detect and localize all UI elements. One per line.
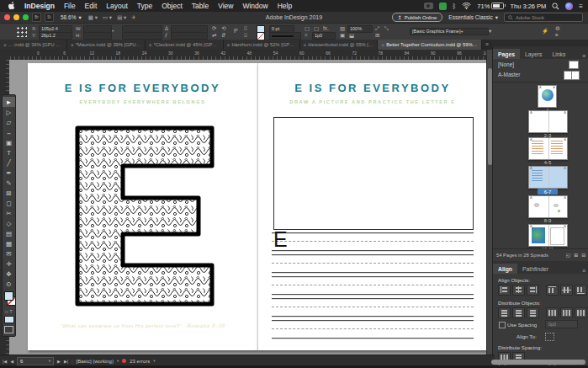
align-right-button[interactable]	[527, 285, 539, 296]
document-tab[interactable]: ×Hanthorn.indd @ 52% [GPU Preview]	[224, 40, 300, 50]
share-icon[interactable]: ✈	[131, 14, 135, 21]
document-tab[interactable]: ×*Cleckner.indd @ 45% [GPU Preview]	[146, 40, 224, 50]
horizontal-scrollbar-thumb[interactable]	[491, 360, 585, 365]
menu-object[interactable]: Object	[162, 2, 183, 10]
distribute-vcenter-button[interactable]	[512, 307, 525, 318]
constrain-proportions-icon[interactable]: 𝄌	[112, 29, 114, 35]
distribute-bottom-button[interactable]	[527, 307, 539, 318]
close-icon[interactable]: ×	[3, 42, 7, 48]
document-tab-active[interactable]: ×Better Together Curriculum.indd @ 59% […	[378, 40, 482, 50]
gap-tool[interactable]: ↔	[3, 127, 15, 137]
apple-menu-icon[interactable]	[8, 2, 15, 11]
fit-content-icon[interactable]: ⤡	[384, 25, 389, 31]
menu-view[interactable]: View	[218, 2, 233, 10]
y-value-field[interactable]: 26p1.2	[39, 32, 72, 40]
master-none[interactable]: [None]	[498, 61, 514, 67]
master-a[interactable]: A-Master	[498, 72, 520, 77]
align-vcenter-button[interactable]	[560, 285, 573, 296]
scissors-tool[interactable]: ✂	[3, 208, 15, 218]
tab-pages[interactable]: Pages	[493, 49, 520, 59]
publish-online-button[interactable]: ↥ Publish Online	[392, 13, 443, 22]
document-tab[interactable]: ×*Maurice.indd @ 39% [GPU Preview]	[67, 40, 146, 50]
pencil-tool[interactable]: ✎	[3, 178, 15, 188]
view-options-icon[interactable]: ▦ ▾	[88, 14, 98, 21]
fit-frame-icon[interactable]: ⤢	[375, 25, 379, 31]
screen-mode-icon[interactable]	[4, 326, 13, 333]
menu-table[interactable]: Table	[192, 2, 209, 10]
window-zoom-button[interactable]	[23, 14, 29, 20]
menu-edit[interactable]: Edit	[85, 2, 98, 10]
hand-tool[interactable]: ✥	[3, 269, 15, 279]
distribute-hcenter-button[interactable]	[560, 307, 573, 318]
menu-layout[interactable]: Layout	[106, 2, 128, 10]
align-left-button[interactable]	[498, 285, 511, 296]
panel-menu-icon[interactable]: ≡	[582, 268, 588, 274]
close-icon[interactable]: ×	[381, 42, 384, 48]
panel-menu-icon[interactable]: ≡	[555, 32, 559, 38]
delete-page-icon[interactable]: ⊟	[581, 253, 585, 258]
use-spacing-checkbox[interactable]	[499, 322, 506, 328]
document-canvas[interactable]: E IS FOR EVERYBODY EVERYBODY EVERYWHERE …	[9, 60, 486, 355]
shear-angle-field[interactable]	[171, 32, 208, 40]
close-icon[interactable]: ×	[304, 42, 307, 48]
align-to-icon[interactable]	[545, 333, 554, 341]
select-container-icon[interactable]: ⍐	[244, 25, 247, 31]
panel-menu-icon[interactable]: ≡	[582, 53, 588, 59]
align-hcenter-button[interactable]	[512, 285, 525, 296]
rotate-cw-icon[interactable]: ⟳	[212, 25, 216, 31]
type-tool[interactable]: T	[3, 147, 15, 157]
window-minimize-button[interactable]	[13, 14, 19, 20]
edit-page-size-icon[interactable]: ◱	[566, 253, 570, 258]
drawing-frame[interactable]	[273, 117, 474, 230]
siri-icon[interactable]	[565, 3, 573, 10]
spacing-value-field[interactable]: 0p0	[545, 320, 578, 328]
error-count[interactable]: 23 errors	[130, 359, 150, 364]
menu-clock[interactable]: Thu 3:26 PM	[510, 3, 546, 10]
effects-icon[interactable]: ▣	[340, 32, 345, 38]
object-style-dropdown[interactable]: [Basic Graphics Frame]+	[410, 28, 489, 35]
screen-mode-icon[interactable]: ▭ ▾	[103, 14, 112, 21]
reference-point-proxy[interactable]	[17, 27, 27, 37]
zoom-tool[interactable]: ⊙	[3, 279, 15, 289]
free-transform-tool[interactable]: ◇	[3, 218, 15, 228]
spread-thumbnail-8-9[interactable]: AA	[528, 195, 568, 218]
battery-indicator[interactable]: 71%	[477, 3, 504, 10]
close-icon[interactable]: ×	[227, 42, 230, 48]
pen-tool[interactable]: ✒	[3, 168, 15, 178]
bluetooth-icon[interactable]: ᛒ	[453, 3, 457, 10]
menu-indesign[interactable]: InDesign	[24, 2, 55, 10]
distribute-left-button[interactable]	[546, 307, 559, 318]
stroke-fx-icon[interactable]: fx.	[323, 25, 329, 31]
rectangle-frame-tool[interactable]: ⊠	[3, 188, 15, 198]
drop-shadow-icon[interactable]: ⬓	[349, 32, 354, 38]
tab-links[interactable]: Links	[547, 49, 570, 59]
wifi-icon[interactable]	[462, 3, 471, 9]
menu-help[interactable]: Help	[278, 2, 292, 10]
preflight-profile[interactable]: [Basic] (working)	[77, 359, 114, 364]
menu-type[interactable]: Type	[137, 2, 152, 10]
scale-y-field[interactable]	[122, 32, 162, 40]
tab-pathfinder[interactable]: Pathfinder	[517, 264, 554, 274]
gear-icon[interactable]: ⚙	[555, 25, 560, 31]
close-icon[interactable]: ×	[71, 42, 74, 48]
eyedropper-tool[interactable]: ✛	[3, 259, 15, 269]
screen-record-icon[interactable]	[424, 3, 433, 9]
page-number-field[interactable]: 6 ▾	[17, 357, 54, 365]
master-none-thumbnail[interactable]	[569, 61, 579, 69]
h-value-field[interactable]	[83, 32, 112, 40]
applied-color-swatch[interactable]	[4, 316, 14, 323]
tab-align[interactable]: Align	[493, 264, 517, 274]
menu-file[interactable]: File	[64, 2, 76, 10]
last-page-button[interactable]: ▶|	[64, 359, 68, 364]
spread-thumbnail-10-11[interactable]: AA	[528, 224, 568, 247]
next-page-button[interactable]: ▶	[57, 359, 61, 364]
green-app-icon[interactable]	[439, 3, 447, 10]
right-page[interactable]: E IS FOR EVERYBODY DRAW A PICTURE AND PR…	[257, 63, 487, 350]
spread-thumbnail-1[interactable]: AA	[538, 85, 557, 108]
free-transform-icon[interactable]: P	[234, 28, 238, 34]
bridge-icon[interactable]: Br	[32, 13, 41, 22]
master-a-thumbnail-right[interactable]	[571, 71, 580, 80]
document-tab[interactable]: ×Heissenbuttel.indd @ 55% [GPU Preview]	[300, 40, 379, 50]
new-page-icon[interactable]: ⊞	[574, 253, 578, 258]
notification-center-icon[interactable]: ≡	[579, 3, 583, 10]
